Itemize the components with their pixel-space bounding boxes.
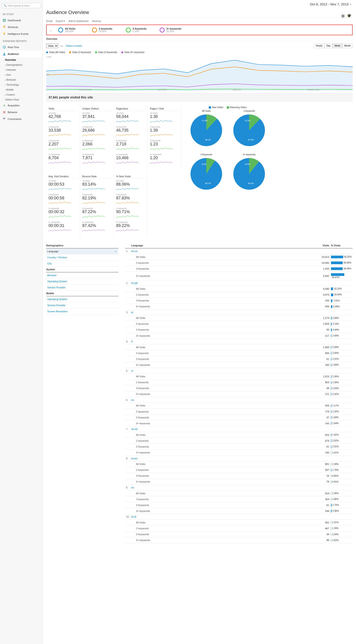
table-row[interactable]: 8.es-es (125, 456, 353, 461)
table-row[interactable]: 9.en (125, 485, 353, 490)
dim-hdr-sys: System (46, 267, 118, 272)
table-subrow: 3+ keywords2442.80% (125, 508, 353, 514)
date-range-picker[interactable]: Oct 8, 2012 - Nov 7, 2013 ▼ (46, 0, 353, 8)
table-subrow: All Visits6191.45% (125, 490, 353, 496)
nav-dashboards[interactable]: Dashboards (0, 17, 43, 24)
time-btn-day[interactable]: Day (325, 43, 333, 48)
dim-city[interactable]: City (46, 260, 118, 267)
table-row[interactable]: 5.nl (125, 368, 353, 374)
table-subrow: 2 keywords19,05056.80% (125, 260, 353, 266)
language-table: Language Visits % Visits 1.en-usAll Visi… (125, 243, 353, 543)
nav-mobile[interactable]: Mobile (0, 87, 43, 92)
nav-technology[interactable]: Technology (0, 82, 43, 87)
qr-icon[interactable]: ▦ (341, 14, 345, 18)
stat-cards-row1: VisitsAll Visits42,7682 keywords33,5383 … (46, 105, 181, 169)
table-subrow: All Visits5611.31% (125, 520, 353, 526)
segment-pill[interactable]: 3 Keywords5.16% (122, 27, 156, 32)
dim-browser[interactable]: Browser (46, 272, 118, 278)
cap-icon[interactable]: 🎓 (347, 14, 352, 18)
table-row[interactable]: 4.fr (125, 339, 353, 344)
sparkline (48, 120, 71, 124)
table-row[interactable]: 10.pt-br (125, 514, 353, 520)
table-subrow: 3+ keywords1601.84% (125, 362, 353, 368)
nav-behavior2[interactable]: Behavior (0, 109, 43, 116)
table-subrow: 3 Keywords582.63% (125, 385, 353, 391)
table-subrow: 2 keywords4671.39% (125, 526, 353, 531)
pie-legend: New Visitor Returning Visitor (186, 105, 269, 110)
svg-text:88.1%: 88.1% (205, 139, 211, 141)
nav-audience[interactable]: Audience (0, 50, 43, 57)
arrow-icon (3, 104, 6, 107)
nav-geo[interactable]: Geo (0, 72, 43, 77)
time-btn-month[interactable]: Month (342, 43, 353, 48)
dim-language[interactable]: Language (46, 248, 118, 254)
segment-pill[interactable]: All Visits100.00% (55, 27, 89, 32)
time-btn-week[interactable]: Week (333, 43, 342, 48)
metric-select[interactable]: Visits (46, 44, 58, 48)
th-language[interactable]: Language (130, 243, 312, 248)
pie-chart: 3+ keywords10.8%89.2% (231, 153, 268, 191)
th-visits[interactable]: Visits (312, 243, 330, 248)
dim-os[interactable]: Operating System (46, 278, 118, 284)
svg-marker-11 (46, 60, 353, 91)
nav-demographics[interactable]: Demographics (0, 62, 43, 67)
segment-pill[interactable]: 2 keywords78.42% (89, 27, 122, 32)
legend-item: Visits (3+ keywords) (121, 51, 145, 54)
metric-selector: Visits vs. Select a metric HourlyDayWeek… (46, 42, 353, 50)
dim-hdr-demo: Demographics (46, 243, 118, 248)
chevron-down-icon[interactable]: ⌄ (47, 28, 55, 32)
nav-shortcuts[interactable]: Shortcuts (0, 24, 43, 30)
table-subrow: 3+ keywords2172.49% (125, 333, 353, 339)
nav-behavior[interactable]: Behavior (0, 77, 43, 82)
nav-realtime[interactable]: Real-Time (0, 44, 43, 50)
table-row[interactable]: 1.en-us (125, 248, 353, 254)
th-pct[interactable]: % Visits (330, 243, 353, 248)
nav-interests[interactable]: Interests (0, 67, 43, 72)
dim-os2[interactable]: Operating System (46, 296, 118, 302)
dim-sp2[interactable]: Service Provider (46, 302, 118, 308)
section-standard: STANDARD REPORTS (0, 37, 43, 44)
table-subrow: 3+ keywords5996.88% (125, 304, 353, 309)
stat-cards-row2: Avg. Visit DurationAll Visits00:00:532 k… (46, 173, 181, 237)
grid-icon (3, 19, 6, 22)
svg-text:11.9%: 11.9% (202, 120, 208, 122)
nav-visflow[interactable]: Visitors Flow (0, 97, 43, 102)
shortcut-button[interactable]: Shortcut (92, 20, 101, 22)
dim-sp[interactable]: Service Provider (46, 284, 118, 290)
svg-rect-8 (3, 111, 6, 112)
legend-swatch (227, 106, 229, 108)
table-subrow: 3 Keywords1,25556.86% (125, 266, 353, 272)
table-row[interactable]: 2.en-gb (125, 280, 353, 286)
nav-conversions[interactable]: Conversions (0, 116, 43, 122)
sparkline (82, 120, 105, 124)
sparkline (150, 120, 173, 124)
nav-acquisition[interactable]: Acquisition (0, 102, 43, 109)
select-metric-link[interactable]: Select a metric (66, 44, 82, 47)
sparkline (82, 133, 105, 137)
table-row[interactable]: 6.es (125, 397, 353, 402)
email-button[interactable]: Email (46, 20, 52, 22)
table-subrow: 3+ keywords2112.42% (125, 391, 353, 397)
add-dashboard-button[interactable]: Add to Dashboard (68, 20, 88, 22)
table-row[interactable]: 3.pl (125, 309, 353, 315)
svg-text:9.3%: 9.3% (202, 163, 206, 165)
table-row[interactable]: 7.de-de (125, 426, 353, 432)
nav-intel[interactable]: Intelligence Events (0, 30, 43, 37)
search-input[interactable]: 🔍 Find reports & more (2, 3, 41, 8)
dim-country[interactable]: Country / Territory (46, 254, 118, 260)
search-icon: 🔍 (3, 4, 6, 7)
segment-pill[interactable]: 3+ keywords20.35% (156, 27, 190, 32)
pie-chart: 3 Keywords9.3%90.7% (188, 153, 225, 191)
nav-custom[interactable]: Custom (0, 92, 43, 97)
time-btn-hourly[interactable]: Hourly (314, 43, 325, 48)
sparkline (82, 161, 105, 165)
legend-dot-icon (69, 52, 71, 53)
nav-overview[interactable]: Overview (0, 57, 43, 62)
sparkline (116, 120, 139, 124)
sparkline (82, 228, 105, 232)
export-button[interactable]: Export ▾ (56, 20, 65, 22)
dim-sr[interactable]: Screen Resolution (46, 308, 118, 314)
table-subrow: All Visits1,0192.38% (125, 374, 353, 379)
stat-card: Unique VisitorsAll Visits37,8412 keyword… (80, 105, 114, 169)
svg-rect-5 (4, 34, 5, 35)
